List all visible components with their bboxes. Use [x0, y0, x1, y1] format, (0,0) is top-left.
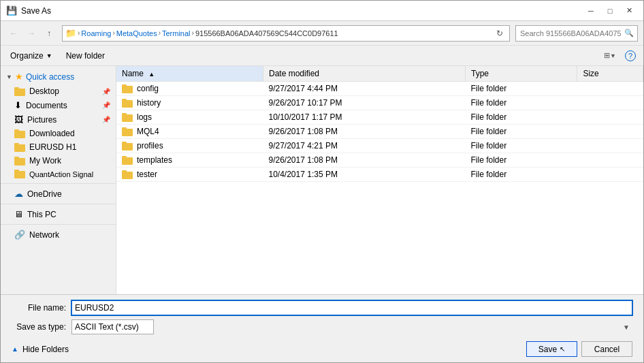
address-bar[interactable]: 📁 › Roaming › MetaQuotes › Terminal › 91…	[62, 25, 510, 42]
folder-icon	[122, 127, 133, 136]
window-title: Save As	[21, 6, 51, 16]
svg-rect-7	[122, 127, 127, 131]
filename-label: File name:	[12, 303, 66, 313]
file-name: profiles	[137, 141, 163, 151]
desktop-folder-icon	[14, 87, 25, 96]
quick-access-section[interactable]: ▼ ★ Quick access	[1, 69, 116, 84]
forward-button[interactable]: →	[24, 26, 39, 41]
pictures-pin-icon: 📌	[102, 116, 110, 123]
file-name: tester	[137, 170, 157, 179]
svg-rect-9	[122, 142, 127, 145]
sidebar-item-mywork[interactable]: My Work	[1, 154, 116, 168]
sidebar-item-network[interactable]: 🔗 Network	[1, 227, 116, 242]
action-bar: Organize ▼ New folder ⊞ ▼ ?	[1, 46, 643, 66]
breadcrumb-terminal[interactable]: Terminal	[162, 29, 191, 37]
bottom-area: File name: Save as type: ASCII Text (*.c…	[1, 294, 643, 362]
file-name-cell: config	[116, 82, 263, 96]
maximize-button[interactable]: □	[601, 4, 619, 18]
file-table: Name ▲ Date modified Type Size	[116, 66, 643, 182]
file-size	[577, 139, 643, 153]
file-type: File folder	[466, 153, 577, 168]
downloaded-folder-icon	[14, 129, 25, 138]
sidebar-item-downloaded[interactable]: Downloaded	[1, 127, 116, 140]
file-size	[577, 110, 643, 125]
minimize-button[interactable]: ─	[582, 4, 600, 18]
sidebar-item-onedrive-label: OneDrive	[27, 189, 62, 199]
savetype-label: Save as type:	[12, 322, 66, 332]
desktop-pin-icon: 📌	[102, 88, 110, 95]
file-size	[577, 96, 643, 110]
table-row[interactable]: MQL4 9/26/2017 1:08 PM File folder	[116, 125, 643, 139]
file-name-cell: logs	[116, 110, 263, 125]
hide-folders-toggle[interactable]: ▲ Hide Folders	[12, 342, 69, 354]
file-date: 9/27/2017 4:21 PM	[263, 139, 465, 153]
save-cursor-icon: ↖	[560, 345, 565, 353]
help-icon: ?	[625, 50, 636, 61]
hide-folders-chevron-icon: ▲	[12, 345, 18, 353]
file-date: 9/26/2017 1:08 PM	[263, 125, 465, 139]
filename-input[interactable]	[71, 300, 632, 315]
sidebar-item-documents[interactable]: ⬇ Documents 📌	[1, 98, 116, 112]
table-row[interactable]: templates 9/26/2017 1:08 PM File folder	[116, 153, 643, 168]
sidebar-item-quantaction[interactable]: QuantAction Signal	[1, 168, 116, 180]
new-folder-label: New folder	[66, 51, 105, 61]
col-type[interactable]: Type	[466, 66, 577, 82]
file-date: 9/26/2017 1:08 PM	[263, 153, 465, 168]
table-row[interactable]: tester 10/4/2017 1:35 PM File folder	[116, 168, 643, 182]
sidebar-item-pictures[interactable]: 🖼 Pictures 📌	[1, 112, 116, 127]
new-folder-button[interactable]: New folder	[62, 48, 109, 63]
up-button[interactable]: ↑	[42, 26, 57, 41]
sidebar-divider-1	[1, 183, 116, 184]
sidebar: ▼ ★ Quick access Desktop 📌 ⬇ Documents 📌…	[1, 66, 116, 294]
back-button[interactable]: ←	[6, 26, 21, 41]
table-row[interactable]: history 9/26/2017 10:17 PM File folder	[116, 96, 643, 110]
save-as-dialog: 💾 Save As ─ □ ✕ ← → ↑ 📁 › Roaming › Meta…	[0, 0, 644, 363]
table-header-row: Name ▲ Date modified Type Size	[116, 66, 643, 82]
sidebar-item-quantaction-label: QuantAction Signal	[29, 170, 93, 178]
sidebar-item-desktop[interactable]: Desktop 📌	[1, 84, 116, 98]
folder-icon	[122, 84, 133, 93]
navigation-bar: ← → ↑ 📁 › Roaming › MetaQuotes › Termina…	[1, 21, 643, 46]
title-bar-controls: ─ □ ✕	[582, 4, 638, 18]
sidebar-item-eurusd[interactable]: EURUSD H1	[1, 140, 116, 154]
col-name[interactable]: Name ▲	[116, 66, 263, 82]
close-button[interactable]: ✕	[620, 4, 638, 18]
help-button[interactable]: ?	[623, 48, 638, 63]
breadcrumb-metaquotes[interactable]: MetaQuotes	[116, 29, 157, 37]
savetype-select[interactable]: ASCII Text (*.csv)	[71, 319, 154, 334]
quantaction-folder-icon	[14, 170, 25, 178]
breadcrumb-current: 915566BA06ADA407569C544CC0D97611	[195, 29, 338, 37]
save-label: Save	[538, 345, 557, 354]
file-date: 9/27/2017 4:44 PM	[263, 82, 465, 96]
file-type: File folder	[466, 96, 577, 110]
col-type-label: Type	[471, 69, 489, 78]
folder-icon	[122, 156, 133, 165]
sidebar-item-thispc[interactable]: 🖥 This PC	[1, 207, 116, 221]
quick-access-chevron: ▼	[6, 74, 12, 80]
col-date[interactable]: Date modified	[263, 66, 465, 82]
organize-label: Organize	[10, 51, 44, 61]
search-icon: 🔍	[624, 29, 634, 37]
folder-icon	[122, 113, 133, 122]
table-row[interactable]: profiles 9/27/2017 4:21 PM File folder	[116, 139, 643, 153]
col-size[interactable]: Size	[577, 66, 643, 82]
file-type: File folder	[466, 168, 577, 182]
organize-arrow: ▼	[46, 52, 52, 59]
sidebar-item-pictures-label: Pictures	[27, 115, 57, 125]
organize-button[interactable]: Organize ▼	[6, 48, 57, 63]
file-area: Name ▲ Date modified Type Size	[116, 66, 643, 294]
search-input[interactable]	[515, 25, 638, 42]
col-name-sort-icon: ▲	[148, 71, 155, 78]
view-arrow-icon: ▼	[610, 52, 616, 59]
pictures-folder-icon: 🖼	[14, 114, 23, 125]
sidebar-item-onedrive[interactable]: ☁ OneDrive	[1, 187, 116, 201]
refresh-button[interactable]: ↻	[493, 27, 506, 40]
breadcrumb-roaming[interactable]: Roaming	[81, 29, 111, 37]
table-row[interactable]: config 9/27/2017 4:44 PM File folder	[116, 82, 643, 96]
view-options-button[interactable]: ⊞ ▼	[602, 48, 617, 63]
save-button[interactable]: Save ↖	[526, 341, 577, 357]
cancel-button[interactable]: Cancel	[581, 341, 632, 357]
savetype-wrapper: ASCII Text (*.csv) ▼	[71, 319, 632, 334]
table-row[interactable]: logs 10/10/2017 1:17 PM File folder	[116, 110, 643, 125]
sidebar-item-documents-label: Documents	[26, 101, 67, 110]
